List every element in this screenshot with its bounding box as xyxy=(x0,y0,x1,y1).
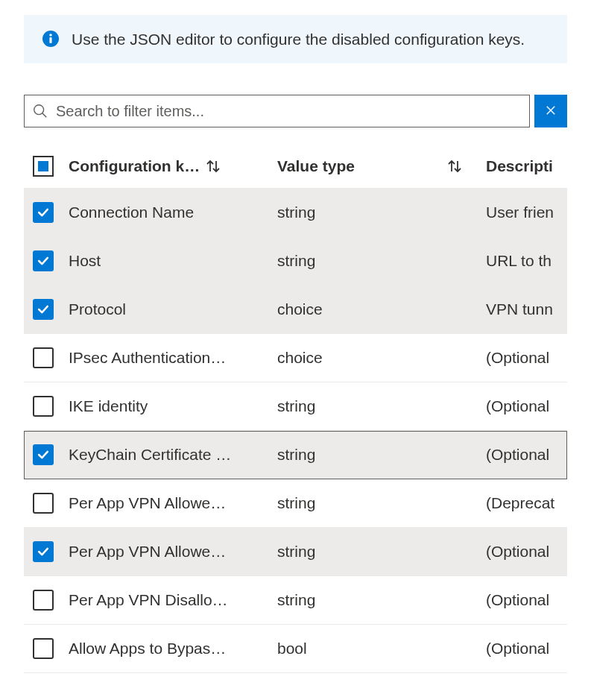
column-header-label: Descripti xyxy=(486,157,553,174)
cell-config-key: KeyChain Certificate … xyxy=(69,446,277,464)
config-table: Configuration k… Value type Descripti Co… xyxy=(24,144,567,673)
clear-search-button[interactable] xyxy=(534,95,567,127)
row-checkbox[interactable] xyxy=(33,396,54,417)
row-checkbox[interactable] xyxy=(33,299,54,320)
cell-description: (Deprecat xyxy=(486,494,567,512)
cell-value-type: string xyxy=(277,397,486,415)
cell-config-key: Protocol xyxy=(69,300,277,318)
cell-config-key: IPsec Authentication… xyxy=(69,349,277,367)
cell-value-type: string xyxy=(277,494,486,512)
search-box[interactable] xyxy=(24,95,530,127)
table-row[interactable]: Allow Apps to Bypas…bool(Optional xyxy=(24,625,567,673)
sort-icon xyxy=(204,157,222,175)
svg-rect-2 xyxy=(49,37,51,43)
cell-value-type: string xyxy=(277,252,486,270)
cell-config-key: Connection Name xyxy=(69,204,277,221)
info-banner: Use the JSON editor to configure the dis… xyxy=(24,15,567,63)
cell-value-type: string xyxy=(277,204,486,221)
search-icon xyxy=(32,103,48,119)
cell-value-type: bool xyxy=(277,640,486,658)
row-checkbox[interactable] xyxy=(33,347,54,368)
column-header-config-key[interactable]: Configuration k… xyxy=(69,157,277,175)
row-checkbox[interactable] xyxy=(33,250,54,271)
table-row[interactable]: Per App VPN Disallo…string(Optional xyxy=(24,576,567,625)
cell-description: (Optional xyxy=(486,349,567,367)
table-header: Configuration k… Value type Descripti xyxy=(24,144,567,189)
table-row[interactable]: ProtocolchoiceVPN tunn xyxy=(24,286,567,334)
cell-description: (Optional xyxy=(486,397,567,415)
search-input[interactable] xyxy=(54,102,522,121)
column-header-description[interactable]: Descripti xyxy=(486,157,567,175)
row-checkbox[interactable] xyxy=(33,638,54,659)
search-row xyxy=(24,95,567,127)
cell-description: (Optional xyxy=(486,543,567,561)
select-all-checkbox[interactable] xyxy=(33,156,54,177)
row-checkbox[interactable] xyxy=(33,202,54,223)
table-row[interactable]: Per App VPN Allowe…string(Deprecat xyxy=(24,479,567,528)
cell-config-key: Allow Apps to Bypas… xyxy=(69,640,277,658)
sort-icon xyxy=(446,157,464,175)
column-header-label: Value type xyxy=(277,157,355,175)
cell-value-type: string xyxy=(277,446,486,464)
table-row[interactable]: KeyChain Certificate …string(Optional xyxy=(24,431,567,479)
cell-description: URL to th xyxy=(486,252,567,270)
column-header-label: Configuration k… xyxy=(69,157,200,175)
cell-value-type: string xyxy=(277,591,486,609)
cell-value-type: choice xyxy=(277,349,486,367)
row-checkbox[interactable] xyxy=(33,590,54,611)
cell-description: (Optional xyxy=(486,591,567,609)
cell-description: (Optional xyxy=(486,446,567,464)
cell-description: (Optional xyxy=(486,640,567,658)
cell-value-type: choice xyxy=(277,300,486,318)
table-row[interactable]: IKE identitystring(Optional xyxy=(24,382,567,431)
cell-config-key: Per App VPN Disallo… xyxy=(69,591,277,609)
close-icon xyxy=(544,104,557,119)
table-row[interactable]: HoststringURL to th xyxy=(24,237,567,286)
table-row[interactable]: Per App VPN Allowe…string(Optional xyxy=(24,528,567,576)
cell-config-key: Per App VPN Allowe… xyxy=(69,494,277,512)
cell-config-key: Per App VPN Allowe… xyxy=(69,543,277,561)
checkbox-indeterminate-icon xyxy=(38,161,48,171)
info-icon xyxy=(42,30,60,48)
column-header-value-type[interactable]: Value type xyxy=(277,157,486,175)
table-row[interactable]: Connection NamestringUser frien xyxy=(24,189,567,237)
svg-line-4 xyxy=(42,113,47,118)
cell-description: User frien xyxy=(486,204,567,221)
svg-point-3 xyxy=(34,105,44,115)
row-checkbox[interactable] xyxy=(33,541,54,562)
row-checkbox[interactable] xyxy=(33,493,54,514)
svg-point-1 xyxy=(49,34,52,37)
table-row[interactable]: IPsec Authentication…choice(Optional xyxy=(24,334,567,382)
cell-config-key: Host xyxy=(69,252,277,270)
cell-value-type: string xyxy=(277,543,486,561)
cell-description: VPN tunn xyxy=(486,300,567,318)
cell-config-key: IKE identity xyxy=(69,397,277,415)
info-banner-text: Use the JSON editor to configure the dis… xyxy=(72,28,525,50)
row-checkbox[interactable] xyxy=(33,444,54,465)
